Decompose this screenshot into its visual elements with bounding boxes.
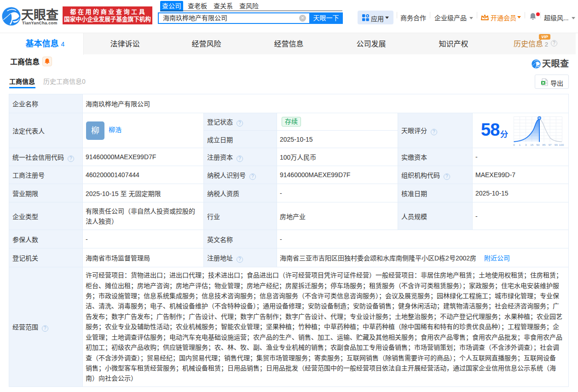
- svg-text:97: 97: [549, 143, 552, 146]
- svg-text:3: 3: [525, 143, 527, 146]
- svg-text:1: 1: [519, 143, 521, 146]
- svg-text:99: 99: [555, 143, 558, 146]
- svg-text:85: 85: [543, 143, 546, 146]
- svg-text:15: 15: [530, 143, 533, 146]
- svg-text:50: 50: [536, 143, 539, 146]
- svg-text:100: 100: [559, 143, 564, 146]
- svg-text:0: 0: [513, 143, 515, 146]
